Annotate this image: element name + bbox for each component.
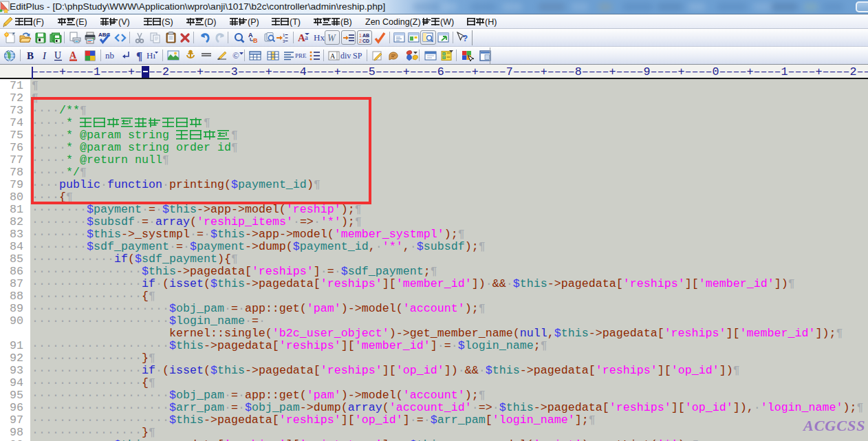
svg-text:W: W — [327, 33, 336, 43]
svg-text:U: U — [54, 50, 61, 61]
svg-text:Hı: Hı — [147, 50, 155, 61]
svg-text:I: I — [42, 50, 47, 61]
svg-text:1: 1 — [359, 33, 362, 38]
svg-text:2: 2 — [359, 39, 362, 43]
svg-text:B: B — [27, 50, 34, 61]
svg-text:B: B — [253, 37, 258, 44]
svg-text:nb: nb — [105, 50, 114, 61]
svg-text:PRE: PRE — [295, 52, 307, 59]
svg-text:div: div — [340, 51, 351, 61]
svg-text:?: ? — [463, 34, 468, 43]
svg-text:A: A — [248, 32, 253, 39]
svg-text:¶: ¶ — [136, 50, 142, 62]
svg-text:AB: AB — [362, 33, 369, 38]
svg-text:SP: SP — [353, 51, 362, 61]
svg-text:©: © — [232, 50, 239, 61]
svg-text:CD: CD — [362, 39, 369, 43]
svg-text:A: A — [330, 52, 336, 60]
svg-text:1: 1 — [283, 33, 285, 37]
svg-text:A: A — [69, 50, 77, 61]
svg-text:Hx: Hx — [314, 32, 325, 43]
svg-text:3: 3 — [283, 39, 285, 43]
